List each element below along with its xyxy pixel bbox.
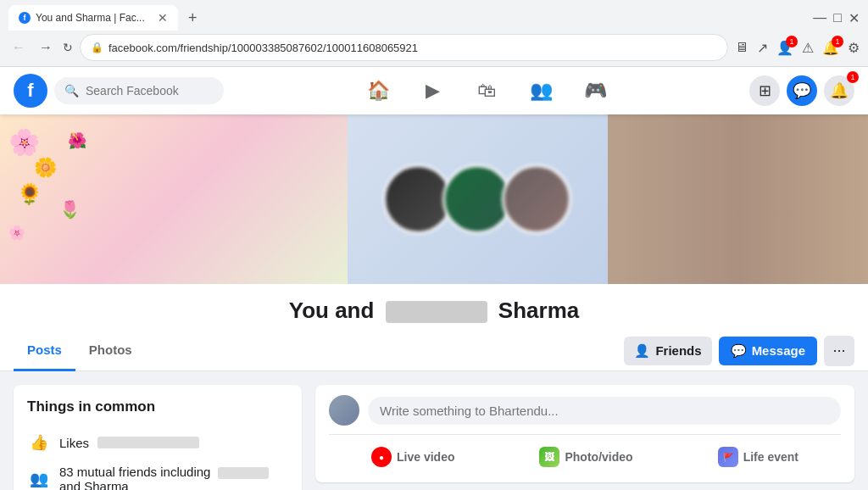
name-prefix: You and [289, 298, 375, 323]
profile-cover-area: 🌸 🌼 🌺 🌻 🌷 🌸 [0, 114, 868, 371]
message-button[interactable]: 💬 Message [719, 337, 817, 365]
likes-blurred [97, 437, 199, 448]
address-bar-container[interactable]: 🔒 [80, 34, 728, 61]
mutual-friends-icon: 👥 [27, 467, 51, 490]
minimize-button[interactable]: — [813, 10, 826, 25]
cover-right-segment [608, 114, 868, 284]
life-event-button[interactable]: 🚩 Life event [708, 442, 809, 472]
friends-button[interactable]: 👤 Friends [624, 337, 711, 365]
profile-icon[interactable]: 👤 1 [776, 40, 793, 56]
mutual-friends-item: 👥 83 mutual friends including and Sharma [27, 459, 288, 490]
messenger-button[interactable]: 💬 [787, 75, 817, 106]
search-icon: 🔍 [64, 84, 79, 97]
nav-gaming-button[interactable]: 🎮 [575, 70, 615, 111]
tab-favicon: f [19, 12, 31, 24]
browser-toolbar: ← → ↻ 🔒 🖥 ↗ 👤 1 ⚠ 🔔 1 ⚙ [0, 31, 868, 66]
toolbar-icons: 🖥 ↗ 👤 1 ⚠ 🔔 1 ⚙ [735, 40, 860, 56]
facebook-app: f 🔍 🏠 ▶ 🛍 👥 🎮 ⊞ 💬 🔔 1 🌸 🌼 [0, 67, 868, 490]
monitor-icon: 🖥 [735, 40, 748, 55]
nav-center-icons: 🏠 ▶ 🛍 👥 🎮 [224, 70, 749, 111]
name-suffix: Sharma [498, 298, 579, 323]
tab-title: You and Sharma | Fac... [36, 12, 153, 24]
write-post-box: ● Live video 🖼 Photo/video 🚩 Life event [315, 385, 854, 482]
write-post-top [329, 395, 841, 426]
more-actions-button[interactable]: ··· [824, 336, 854, 366]
search-input[interactable] [86, 84, 214, 97]
photo-video-label: Photo/video [565, 450, 632, 464]
reload-button[interactable]: ↻ [63, 41, 73, 54]
current-user-avatar [329, 395, 359, 426]
life-event-label: Life event [743, 450, 798, 464]
flower-decoration-3: 🌺 [68, 131, 86, 150]
forward-button[interactable]: → [36, 40, 56, 55]
tab-posts[interactable]: Posts [14, 331, 75, 371]
browser-chrome: f You and Sharma | Fac... ✕ + — □ ✕ ← → … [0, 0, 868, 67]
flower-decoration-5: 🌷 [59, 199, 81, 220]
cover-middle-segment [348, 114, 608, 284]
nav-home-button[interactable]: 🏠 [358, 70, 398, 111]
live-video-button[interactable]: ● Live video [361, 442, 465, 472]
flower-decoration-1: 🌸 [8, 127, 40, 157]
messenger-icon: 💬 [731, 343, 747, 359]
profile-action-buttons: 👤 Friends 💬 Message ··· [624, 336, 854, 366]
cover-background: 🌸 🌼 🌺 🌻 🌷 🌸 [0, 114, 868, 284]
facebook-logo: f [14, 74, 47, 108]
nav-marketplace-button[interactable]: 🛍 [466, 70, 507, 111]
close-window-button[interactable]: ✕ [849, 10, 860, 26]
profile-circles-row [383, 164, 571, 234]
main-content: Things in common 👍 Likes 👥 83 mutual fri… [0, 371, 868, 490]
browser-titlebar: f You and Sharma | Fac... ✕ + — □ ✕ [0, 0, 868, 31]
photo-video-icon: 🖼 [539, 447, 559, 467]
cover-left-segment: 🌸 🌼 🌺 🌻 🌷 🌸 [0, 114, 348, 284]
back-button[interactable]: ← [8, 40, 29, 55]
settings-icon[interactable]: ⚙ [848, 40, 860, 56]
notifications-badge: 1 [832, 36, 843, 47]
tab-photos[interactable]: Photos [75, 331, 146, 371]
lock-icon: 🔒 [91, 42, 103, 53]
friends-icon: 👤 [634, 343, 650, 359]
profile-tabs-bar: Posts Photos 👤 Friends 💬 Message ··· [0, 331, 868, 371]
tab-close-button[interactable]: ✕ [158, 11, 168, 25]
live-video-label: Live video [397, 450, 454, 464]
things-in-common-card: Things in common 👍 Likes 👥 83 mutual fri… [14, 385, 302, 490]
cover-photo: 🌸 🌼 🌺 🌻 🌷 🌸 [0, 114, 868, 284]
flower-decoration-4: 🌻 [17, 182, 42, 206]
write-post-actions: ● Live video 🖼 Photo/video 🚩 Life event [329, 434, 841, 472]
nav-friends-button[interactable]: 👥 [520, 70, 561, 111]
right-panel: ● Live video 🖼 Photo/video 🚩 Life event [315, 385, 854, 490]
maximize-button[interactable]: □ [833, 10, 842, 25]
notifications-bell-icon[interactable]: 🔔 1 [822, 40, 839, 56]
facebook-search-box[interactable]: 🔍 [54, 77, 224, 104]
nav-watch-button[interactable]: ▶ [412, 70, 453, 111]
new-tab-button[interactable]: + [183, 8, 203, 29]
flower-decoration-2: 🌼 [34, 157, 57, 179]
profile-circle-3 [502, 164, 571, 234]
friendship-name: You and Sharma [0, 284, 868, 331]
likes-icon: 👍 [27, 431, 51, 454]
left-panel: Things in common 👍 Likes 👥 83 mutual fri… [14, 385, 302, 490]
likes-item: 👍 Likes [27, 426, 288, 459]
notifications-button[interactable]: 🔔 1 [824, 75, 854, 106]
share-icon[interactable]: ↗ [757, 40, 768, 56]
photo-video-button[interactable]: 🖼 Photo/video [529, 442, 643, 472]
mutual-friends-suffix: and Sharma [59, 479, 129, 490]
likes-label: Likes [59, 436, 89, 450]
flower-decoration-6: 🌸 [8, 225, 25, 241]
mutual-friends-blurred [218, 467, 269, 479]
address-bar-input[interactable] [108, 42, 717, 54]
apps-grid-button[interactable]: ⊞ [749, 75, 780, 106]
things-in-common-title: Things in common [27, 398, 288, 415]
name-blurred [386, 301, 487, 323]
alert-triangle-icon[interactable]: ⚠ [802, 40, 814, 56]
notifications-count-badge: 1 [847, 71, 859, 83]
nav-right-actions: ⊞ 💬 🔔 1 [749, 75, 854, 106]
write-post-input[interactable] [368, 397, 841, 425]
mutual-friends-prefix: 83 mutual friends including [59, 465, 210, 479]
facebook-navbar: f 🔍 🏠 ▶ 🛍 👥 🎮 ⊞ 💬 🔔 1 [0, 67, 868, 114]
window-controls: — □ ✕ [813, 10, 860, 26]
profile-badge: 1 [786, 36, 798, 47]
life-event-icon: 🚩 [718, 447, 738, 467]
live-icon: ● [371, 447, 392, 467]
browser-tab[interactable]: f You and Sharma | Fac... ✕ [8, 5, 178, 31]
